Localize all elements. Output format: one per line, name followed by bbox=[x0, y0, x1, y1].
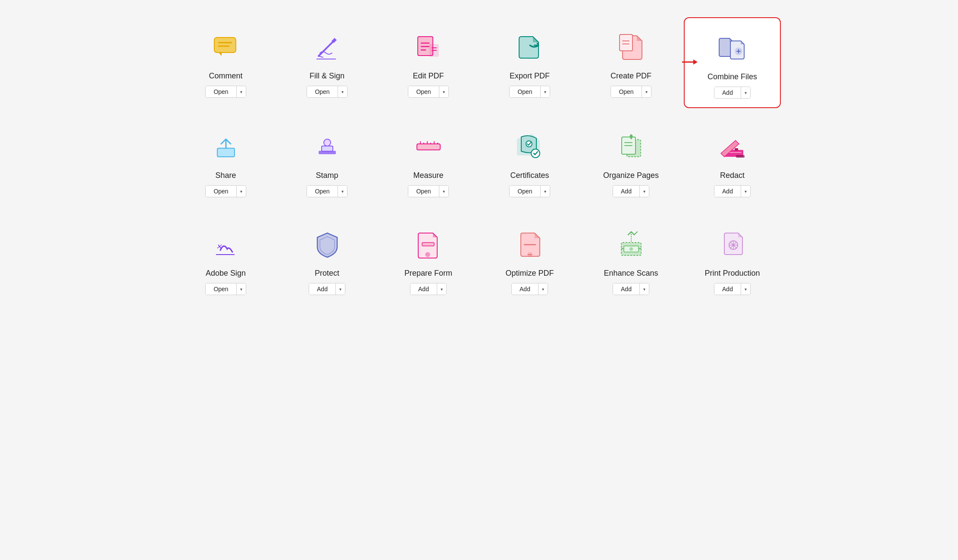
redact-dropdown-button[interactable]: ▾ bbox=[741, 186, 750, 197]
measure-dropdown-button[interactable]: ▾ bbox=[439, 186, 448, 197]
tool-card-print-production: Print ProductionAdd▾ bbox=[684, 215, 781, 304]
tool-card-share: ShareOpen▾ bbox=[177, 117, 274, 206]
certificates-label: Certificates bbox=[510, 171, 549, 180]
fill-sign-label: Fill & Sign bbox=[310, 72, 344, 81]
optimize-pdf-main-button[interactable]: Add bbox=[512, 283, 538, 295]
tool-card-optimize-pdf: Optimize PDFAdd▾ bbox=[481, 215, 578, 304]
stamp-btn-group: Open▾ bbox=[307, 185, 347, 197]
export-pdf-label: Export PDF bbox=[510, 72, 550, 81]
export-pdf-main-button[interactable]: Open bbox=[510, 86, 540, 97]
export-pdf-btn-group: Open▾ bbox=[509, 86, 550, 98]
tool-card-measure: MeasureOpen▾ bbox=[380, 117, 477, 206]
svg-rect-28 bbox=[417, 144, 440, 150]
comment-icon bbox=[209, 30, 243, 65]
protect-label: Protect bbox=[315, 269, 339, 278]
prepare-form-main-button[interactable]: Add bbox=[410, 283, 437, 295]
svg-line-6 bbox=[319, 56, 323, 57]
enhance-scans-icon bbox=[614, 227, 648, 262]
certificates-main-button[interactable]: Open bbox=[510, 186, 540, 197]
svg-rect-44 bbox=[736, 155, 745, 158]
protect-dropdown-button[interactable]: ▾ bbox=[335, 283, 345, 295]
fill-sign-btn-group: Open▾ bbox=[307, 86, 347, 98]
edit-pdf-dropdown-button[interactable]: ▾ bbox=[439, 86, 448, 97]
print-production-btn-group: Add▾ bbox=[714, 283, 751, 295]
tool-card-organize-pages: Organize PagesAdd▾ bbox=[582, 117, 679, 206]
adobe-sign-icon: ✕ bbox=[209, 227, 243, 262]
combine-files-main-button[interactable]: Add bbox=[714, 87, 741, 98]
adobe-sign-btn-group: Open▾ bbox=[205, 283, 246, 295]
optimize-pdf-icon bbox=[513, 227, 547, 262]
create-pdf-icon bbox=[614, 30, 648, 65]
svg-rect-27 bbox=[319, 151, 336, 154]
combine-files-dropdown-button[interactable]: ▾ bbox=[741, 87, 750, 98]
create-pdf-btn-group: Open▾ bbox=[610, 86, 651, 98]
tool-card-comment: CommentOpen▾ bbox=[177, 17, 274, 108]
optimize-pdf-dropdown-button[interactable]: ▾ bbox=[538, 283, 548, 295]
share-icon bbox=[209, 130, 243, 164]
fill-sign-icon bbox=[310, 30, 344, 65]
share-label: Share bbox=[215, 171, 236, 180]
tool-card-edit-pdf: Edit PDFOpen▾ bbox=[380, 17, 477, 108]
redact-btn-group: Add▾ bbox=[714, 185, 751, 197]
comment-dropdown-button[interactable]: ▾ bbox=[236, 86, 246, 97]
organize-pages-label: Organize Pages bbox=[603, 171, 659, 180]
organize-pages-main-button[interactable]: Add bbox=[613, 186, 639, 197]
tool-card-redact: RedactAdd▾ bbox=[684, 117, 781, 206]
measure-icon bbox=[411, 130, 446, 164]
fill-sign-main-button[interactable]: Open bbox=[307, 86, 337, 97]
svg-rect-47 bbox=[422, 243, 434, 246]
stamp-label: Stamp bbox=[316, 171, 338, 180]
share-dropdown-button[interactable]: ▾ bbox=[236, 186, 246, 197]
prepare-form-dropdown-button[interactable]: ▾ bbox=[437, 283, 446, 295]
print-production-dropdown-button[interactable]: ▾ bbox=[741, 283, 750, 295]
edit-pdf-btn-group: Open▾ bbox=[408, 86, 448, 98]
svg-rect-17 bbox=[620, 34, 632, 51]
protect-icon bbox=[310, 227, 344, 262]
organize-pages-dropdown-button[interactable]: ▾ bbox=[639, 186, 649, 197]
fill-sign-dropdown-button[interactable]: ▾ bbox=[338, 86, 347, 97]
organize-pages-btn-group: Add▾ bbox=[613, 185, 649, 197]
create-pdf-main-button[interactable]: Open bbox=[611, 86, 641, 97]
svg-point-56 bbox=[629, 247, 633, 251]
tool-card-enhance-scans: Enhance ScansAdd▾ bbox=[582, 215, 679, 304]
adobe-sign-dropdown-button[interactable]: ▾ bbox=[236, 283, 246, 295]
stamp-main-button[interactable]: Open bbox=[307, 186, 337, 197]
export-pdf-icon bbox=[513, 30, 547, 65]
print-production-label: Print Production bbox=[704, 269, 760, 278]
create-pdf-label: Create PDF bbox=[610, 72, 651, 81]
adobe-sign-main-button[interactable]: Open bbox=[206, 283, 236, 295]
measure-main-button[interactable]: Open bbox=[408, 186, 438, 197]
certificates-icon bbox=[513, 130, 547, 164]
export-pdf-dropdown-button[interactable]: ▾ bbox=[540, 86, 550, 97]
combine-files-label: Combine Files bbox=[708, 72, 757, 81]
enhance-scans-dropdown-button[interactable]: ▾ bbox=[639, 283, 649, 295]
redact-main-button[interactable]: Add bbox=[714, 186, 741, 197]
create-pdf-dropdown-button[interactable]: ▾ bbox=[642, 86, 651, 97]
enhance-scans-btn-group: Add▾ bbox=[613, 283, 649, 295]
share-main-button[interactable]: Open bbox=[206, 186, 236, 197]
certificates-btn-group: Open▾ bbox=[509, 185, 550, 197]
adobe-sign-label: Adobe Sign bbox=[206, 269, 246, 278]
tool-card-prepare-form: Prepare FormAdd▾ bbox=[380, 215, 477, 304]
measure-btn-group: Open▾ bbox=[408, 185, 448, 197]
protect-btn-group: Add▾ bbox=[309, 283, 345, 295]
svg-marker-4 bbox=[219, 53, 222, 56]
certificates-dropdown-button[interactable]: ▾ bbox=[540, 186, 550, 197]
comment-main-button[interactable]: Open bbox=[206, 86, 236, 97]
tools-grid: CommentOpen▾ Fill & SignOpen▾ Edit PDFOp… bbox=[177, 17, 781, 304]
stamp-dropdown-button[interactable]: ▾ bbox=[338, 186, 347, 197]
combine-files-btn-group: Add▾ bbox=[714, 87, 751, 99]
tool-card-fill-sign: Fill & SignOpen▾ bbox=[279, 17, 376, 108]
svg-point-61 bbox=[732, 244, 735, 246]
protect-main-button[interactable]: Add bbox=[309, 283, 335, 295]
tool-card-combine-files: Combine FilesAdd▾ bbox=[684, 17, 781, 108]
enhance-scans-main-button[interactable]: Add bbox=[613, 283, 639, 295]
comment-btn-group: Open▾ bbox=[205, 86, 246, 98]
stamp-icon bbox=[310, 130, 344, 164]
optimize-pdf-label: Optimize PDF bbox=[505, 269, 554, 278]
print-production-main-button[interactable]: Add bbox=[714, 283, 741, 295]
svg-marker-16 bbox=[693, 59, 698, 65]
comment-label: Comment bbox=[209, 72, 242, 81]
svg-rect-26 bbox=[322, 146, 333, 151]
edit-pdf-main-button[interactable]: Open bbox=[408, 86, 438, 97]
